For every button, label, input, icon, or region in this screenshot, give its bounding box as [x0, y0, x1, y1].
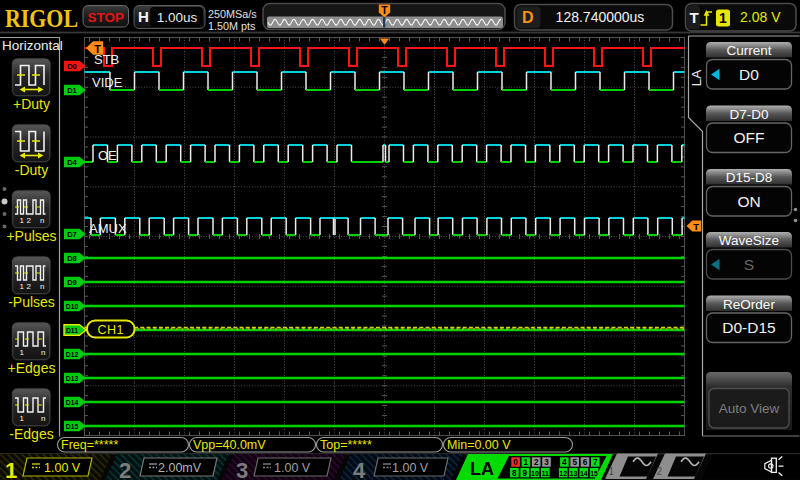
svg-text:n: n — [41, 414, 45, 423]
svg-text:VIDE: VIDE — [92, 75, 123, 90]
svg-text:T: T — [94, 43, 101, 55]
svg-text:D15-D8: D15-D8 — [726, 170, 773, 185]
svg-text:1: 1 — [609, 466, 615, 477]
svg-text:1: 1 — [20, 216, 25, 225]
svg-text:n: n — [40, 282, 44, 291]
svg-text:n: n — [41, 348, 45, 357]
svg-text:0: 0 — [513, 458, 518, 467]
svg-text:WaveSize: WaveSize — [719, 233, 779, 248]
svg-text:RIGOL: RIGOL — [5, 5, 78, 32]
svg-text:D7: D7 — [67, 230, 77, 239]
svg-text:D4: D4 — [67, 158, 77, 167]
svg-text:1.00us: 1.00us — [157, 10, 198, 25]
svg-text:-Edges: -Edges — [9, 426, 53, 442]
svg-text:AMUX: AMUX — [89, 221, 127, 236]
svg-text:3: 3 — [236, 458, 248, 480]
svg-text:T: T — [693, 221, 699, 232]
svg-text:12: 12 — [559, 470, 567, 477]
svg-text:2: 2 — [27, 282, 32, 291]
svg-text:3: 3 — [544, 458, 549, 467]
svg-text:D7-D0: D7-D0 — [729, 107, 768, 122]
svg-text:D13: D13 — [66, 375, 79, 382]
svg-text:Top=*****: Top=***** — [320, 438, 372, 452]
svg-text:250MSa/s: 250MSa/s — [208, 8, 257, 20]
svg-text:13: 13 — [570, 470, 578, 477]
svg-text:D0: D0 — [739, 66, 759, 83]
svg-text:1: 1 — [5, 458, 17, 480]
svg-text:CH1: CH1 — [98, 323, 125, 337]
svg-text:5: 5 — [572, 458, 577, 467]
svg-text:1: 1 — [20, 282, 25, 291]
svg-text:D1: D1 — [67, 86, 77, 95]
svg-text:1.00 V: 1.00 V — [274, 461, 311, 475]
svg-text:STOP: STOP — [88, 10, 125, 25]
svg-text:D0-D15: D0-D15 — [722, 319, 775, 336]
svg-text:14: 14 — [580, 470, 588, 477]
svg-text:1: 1 — [20, 348, 25, 357]
svg-text:D11: D11 — [66, 327, 78, 334]
svg-text:2: 2 — [534, 458, 539, 467]
svg-text:6: 6 — [583, 458, 588, 467]
svg-text:n: n — [40, 216, 44, 225]
svg-text:Freq=*****: Freq=***** — [61, 438, 118, 452]
svg-text:2: 2 — [657, 466, 663, 477]
svg-text:ReOrder: ReOrder — [723, 297, 775, 312]
svg-text:15: 15 — [590, 470, 598, 477]
svg-text:4: 4 — [562, 458, 567, 467]
svg-text:D12: D12 — [66, 351, 79, 358]
svg-text:D9: D9 — [67, 278, 77, 287]
svg-text:OE: OE — [98, 148, 117, 163]
svg-text:+Edges: +Edges — [8, 360, 56, 376]
svg-text:1.00 V: 1.00 V — [44, 461, 81, 475]
svg-text:2.00mV: 2.00mV — [158, 461, 202, 475]
svg-text:D14: D14 — [66, 399, 79, 406]
svg-text:ON: ON — [737, 193, 760, 210]
svg-text:8: 8 — [512, 469, 517, 478]
svg-text:Auto View: Auto View — [719, 401, 780, 416]
svg-text:T: T — [381, 4, 388, 16]
svg-text:Current: Current — [726, 43, 771, 58]
svg-text:9: 9 — [522, 469, 527, 478]
svg-text:1: 1 — [719, 10, 727, 26]
svg-text:OFF: OFF — [734, 129, 765, 146]
svg-text:-Duty: -Duty — [15, 162, 48, 178]
svg-text:11: 11 — [542, 470, 550, 477]
svg-text:-Pulses: -Pulses — [8, 294, 55, 310]
svg-text:7: 7 — [593, 458, 598, 467]
svg-text:2: 2 — [27, 216, 32, 225]
svg-text:2.08 V: 2.08 V — [740, 9, 781, 25]
svg-text:D: D — [522, 9, 534, 26]
svg-text:128.740000us: 128.740000us — [556, 9, 645, 25]
svg-text:10: 10 — [531, 470, 539, 477]
svg-text:Horizontal: Horizontal — [2, 38, 63, 53]
svg-text:LA: LA — [689, 70, 704, 87]
svg-text:+Pulses: +Pulses — [6, 228, 56, 244]
svg-text:+Duty: +Duty — [13, 96, 50, 112]
svg-text:Vpp=40.0mV: Vpp=40.0mV — [193, 438, 266, 452]
svg-text:T: T — [690, 9, 699, 26]
svg-text:S: S — [744, 256, 754, 273]
svg-text:2: 2 — [119, 458, 131, 480]
svg-text:1.50M pts: 1.50M pts — [208, 20, 256, 32]
svg-text:D10: D10 — [66, 303, 79, 310]
svg-text:1: 1 — [524, 458, 529, 467]
svg-text:H: H — [138, 8, 149, 25]
svg-text:LA: LA — [470, 459, 494, 479]
svg-text:D15: D15 — [66, 423, 79, 430]
svg-text:1: 1 — [20, 414, 25, 423]
svg-text:D8: D8 — [67, 254, 77, 263]
svg-text:D0: D0 — [67, 62, 77, 71]
svg-text:Min=0.00 V: Min=0.00 V — [447, 438, 511, 452]
svg-text:4: 4 — [353, 458, 366, 480]
svg-text:1.00 V: 1.00 V — [392, 461, 429, 475]
